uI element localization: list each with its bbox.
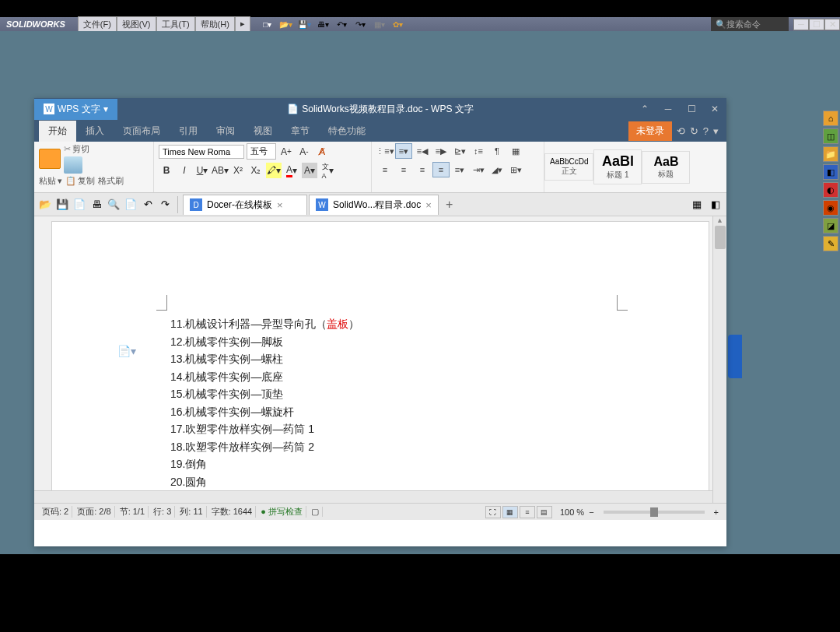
login-button[interactable]: 未登录 [628,121,672,141]
save-icon[interactable]: 💾 [54,197,70,212]
sw-select-icon[interactable]: ▦▾ [373,18,387,30]
line-spacing-button[interactable]: ↕≡ [470,143,487,159]
sw-menu-more[interactable]: ▸ [235,16,250,33]
status-spellcheck[interactable]: ● 拼写检查 [257,506,306,518]
tab-button[interactable]: ⇥▾ [470,162,487,177]
close-tab-icon[interactable]: × [425,199,432,211]
tab-references[interactable]: 引用 [170,121,207,142]
sync-icon[interactable]: ⟲ [677,125,685,137]
shading-button[interactable]: A▾ [302,163,317,178]
menu-dropdown-icon[interactable]: ▾ [713,125,719,137]
print-preview-icon[interactable]: 🔍 [106,197,121,212]
bullets-button[interactable]: ⋮≡▾ [376,143,394,159]
italic-button[interactable]: I [177,163,192,178]
zoom-out-button[interactable]: − [586,507,597,517]
wps-app-button[interactable]: W WPS 文字 ▾ [34,99,117,120]
strikethrough-button[interactable]: AB▾ [212,163,228,178]
tab-special[interactable]: 特色功能 [319,121,375,142]
zoom-level[interactable]: 100 % [560,507,584,517]
decrease-indent-button[interactable]: ≡◀ [414,143,431,159]
taskpane-forum-icon[interactable]: ✎ [823,236,838,251]
document-content[interactable]: 11.机械设计利器—异型导向孔（盖板）12.机械零件实例—脚板13.机械零件实例… [170,315,631,503]
taskpane-home-icon[interactable]: ⌂ [823,111,838,126]
distribute-button[interactable]: ≡▾ [451,162,468,177]
content-line[interactable]: 18.吹塑零件放样实例—药筒 2 [170,438,631,456]
sw-redo-icon[interactable]: ↷▾ [354,18,368,30]
align-center-button[interactable]: ≡ [395,162,412,177]
export-pdf-icon[interactable]: 📄 [72,197,87,212]
zoom-in-button[interactable]: + [711,507,722,517]
status-page-code[interactable]: 页码: 2 [39,506,72,518]
border-button[interactable]: ▦ [507,143,524,159]
tab-review[interactable]: 审阅 [207,121,244,142]
sw-menu-file[interactable]: 文件(F) [78,16,117,33]
sw-menu-help[interactable]: 帮助(H) [195,16,235,33]
taskpane-resources-icon[interactable]: ◫ [823,128,838,144]
tab-page-layout[interactable]: 页面布局 [114,121,170,142]
phonetic-button[interactable]: 文A▾ [320,163,335,178]
font-name-select[interactable]: Times New Roma [159,145,244,159]
tab-start[interactable]: 开始 [39,121,76,142]
help-icon[interactable]: ? [703,125,709,137]
clear-format-button[interactable]: A̸ [314,144,330,160]
subscript-button[interactable]: X₂ [248,163,264,178]
underline-button[interactable]: U▾ [194,163,210,178]
status-line[interactable]: 行: 3 [150,506,175,518]
sw-menu-view[interactable]: 视图(V) [117,16,156,33]
status-chars[interactable]: 字数: 1644 [208,506,257,518]
sw-close-icon[interactable]: ✕ [824,19,840,30]
content-line[interactable]: 17.吹塑零件放样实例—药筒 1 [170,420,631,438]
page-header-icon[interactable]: 📄▾ [117,345,136,357]
doc-icon[interactable]: 📄 [123,197,138,212]
close-tab-icon[interactable]: × [277,199,283,211]
highlight-button[interactable]: 🖍▾ [266,163,282,178]
wps-max-icon[interactable]: ☐ [680,98,703,120]
style-normal[interactable]: AaBbCcDd 正文 [544,153,593,181]
taskpane-properties-icon[interactable]: ◪ [823,218,838,233]
wps-close-icon[interactable]: ✕ [703,98,726,120]
sw-undo-icon[interactable]: ↶▾ [335,18,349,30]
tab-menu-icon[interactable]: ◧ [708,197,723,212]
view-mode-fullscreen[interactable]: ⛶ [485,506,501,518]
style-heading1[interactable]: AaBl 标题 1 [593,149,642,184]
tab-section[interactable]: 章节 [282,121,319,142]
tab-list-icon[interactable]: ▦ [689,197,705,212]
content-line[interactable]: 14.机械零件实例—底座 [170,368,631,386]
history-icon[interactable]: ↻ [690,125,698,137]
sw-menu-tools[interactable]: 工具(T) [156,16,195,33]
sw-max-icon[interactable]: ☐ [809,19,824,30]
taskpane-palette-icon[interactable]: ◐ [823,182,838,198]
taskpane-explorer-icon[interactable]: ◧ [823,164,838,180]
tab-insert[interactable]: 插入 [76,121,114,142]
vertical-scrollbar[interactable]: ▲ [712,216,726,503]
status-col[interactable]: 列: 11 [177,506,206,518]
content-line[interactable]: 13.机械零件实例—螺柱 [170,350,631,368]
new-tab-button[interactable]: + [440,195,459,214]
tab-view[interactable]: 视图 [244,121,282,142]
horizontal-scrollbar[interactable] [34,490,712,503]
wps-titlebar[interactable]: W WPS 文字 ▾ 📄 SolidWorks视频教程目录.doc - WPS … [34,98,726,120]
status-input-mode[interactable]: ▢ [308,507,323,517]
document-tab-docer[interactable]: D Docer-在线模板 × [183,195,307,215]
font-color-button[interactable]: A▾ [284,163,299,178]
cut-button[interactable]: ✂剪切 [64,143,89,155]
style-heading[interactable]: AaB 标题 [642,151,690,184]
status-page[interactable]: 页面: 2/8 [74,506,114,518]
align-justify-button[interactable]: ≡ [432,162,450,177]
numbering-button[interactable]: ≡▾ [395,143,412,159]
view-mode-outline[interactable]: ≡ [520,506,535,518]
bold-button[interactable]: B [159,163,174,178]
print-icon[interactable]: 🖶 [89,197,104,212]
taskpane-library-icon[interactable]: 📁 [823,146,838,162]
content-line[interactable]: 16.机械零件实例—螺旋杆 [170,403,631,421]
paste-label[interactable]: 粘贴▾ [39,175,62,187]
zoom-slider[interactable] [604,511,705,514]
sw-save-icon[interactable]: 💾▾ [298,18,312,30]
sw-search-box[interactable]: 🔍 搜索命令 [711,17,789,32]
shrink-font-button[interactable]: A- [296,144,312,160]
document-tab-current[interactable]: W SolidWo...程目录.doc × [309,195,439,215]
copy-button[interactable]: 📋复制 [65,175,95,187]
sw-min-icon[interactable]: ─ [793,19,809,30]
wps-min-icon[interactable]: ─ [656,98,680,120]
view-mode-page[interactable]: ▦ [502,506,518,518]
